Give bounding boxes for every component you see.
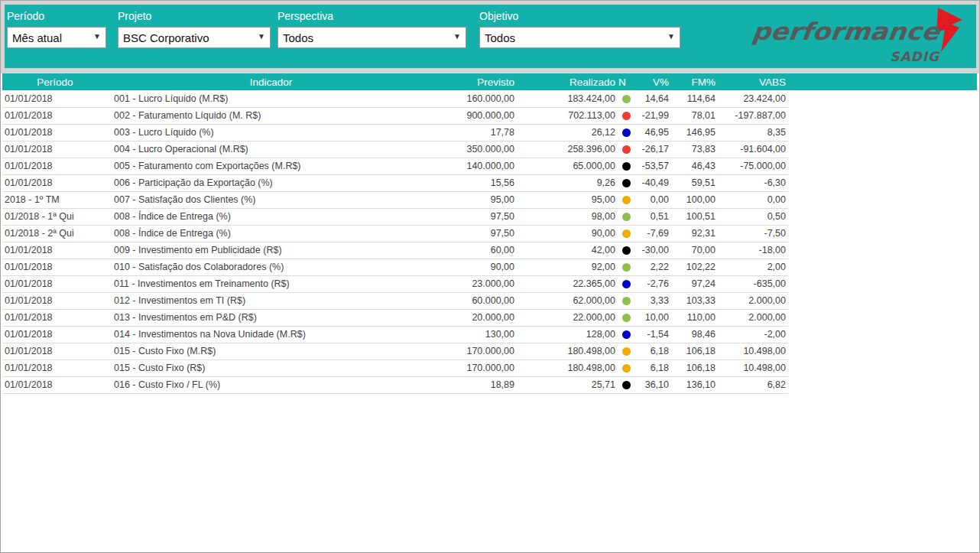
periodo-cell: 2018 - 1º TM	[2, 191, 108, 208]
column-header-periodo[interactable]: Período	[2, 73, 108, 90]
table-row[interactable]: 01/01/2018001 - Lucro Líquido (M.R$)160.…	[2, 90, 977, 107]
table-row[interactable]: 01/01/2018003 - Lucro Líquido (%)17,7826…	[2, 124, 977, 141]
previsto-cell: 17,78	[434, 124, 521, 141]
status-dot-cell	[617, 259, 635, 275]
v-percent-cell: 0,00	[635, 191, 673, 208]
table-row[interactable]: 2018 - 1º TM007 - Satisfação dos Cliente…	[2, 191, 977, 208]
vabs-cell: 0,50	[719, 208, 788, 225]
realizado-cell: 22.000,00	[521, 309, 617, 326]
previsto-cell: 170.000,00	[434, 359, 521, 376]
status-dot-yellow	[622, 364, 631, 372]
status-dot-black	[622, 179, 631, 187]
table-row[interactable]: 01/01/2018004 - Lucro Operacional (M.R$)…	[2, 141, 977, 158]
table-row[interactable]: 01/01/2018002 - Faturamento Líquido (M. …	[2, 107, 977, 124]
perspectiva-select[interactable]: Todos	[277, 27, 466, 48]
status-dot-cell	[617, 225, 635, 242]
status-dot-cell	[617, 309, 635, 326]
filter-group-perspectiva: Perspectiva Todos ▼	[277, 10, 466, 48]
objetivo-select[interactable]: Todos	[479, 27, 680, 48]
column-header-fm-percent[interactable]: FM%	[673, 73, 719, 90]
indicador-cell: 016 - Custo Fixo / FL (%)	[108, 376, 434, 393]
status-dot-black	[622, 162, 631, 171]
vabs-cell: 2.000,00	[719, 292, 788, 309]
previsto-cell: 60,00	[434, 242, 521, 259]
objetivo-filter-label: Objetivo	[479, 10, 680, 22]
realizado-cell: 25,71	[521, 376, 617, 393]
filler-cell	[788, 359, 977, 376]
status-dot-blue	[622, 330, 631, 339]
table-row[interactable]: 01/01/2018009 - Investimento em Publicid…	[2, 242, 977, 259]
filler-cell	[788, 309, 977, 326]
filler-cell	[788, 242, 977, 259]
indicador-cell: 008 - Índice de Entrega (%)	[108, 208, 434, 225]
status-dot-cell	[617, 275, 635, 292]
column-header-previsto[interactable]: Previsto	[434, 73, 521, 90]
indicador-cell: 012 - Investimentos em TI (R$)	[108, 292, 434, 309]
column-header-indicador[interactable]: Indicador	[108, 73, 434, 90]
status-dot-cell	[617, 174, 635, 191]
realizado-cell: 180.498,00	[521, 343, 617, 359]
v-percent-cell: 2,22	[635, 259, 673, 275]
previsto-cell: 900.000,00	[434, 107, 521, 124]
realizado-cell: 42,00	[521, 242, 617, 259]
status-dot-yellow	[622, 229, 631, 238]
vabs-cell: 23.424,00	[719, 90, 788, 107]
v-percent-cell: -7,69	[635, 225, 673, 242]
filter-group-projeto: Projeto BSC Corporativo ▼	[118, 10, 271, 48]
status-dot-black	[622, 246, 631, 255]
status-dot-red	[622, 112, 631, 120]
table-row[interactable]: 01/01/2018015 - Custo Fixo (R$)170.000,0…	[2, 359, 977, 376]
status-dot-cell	[617, 326, 635, 343]
previsto-cell: 160.000,00	[434, 90, 521, 107]
table-row[interactable]: 01/01/2018016 - Custo Fixo / FL (%)18,89…	[2, 376, 977, 393]
realizado-cell: 9,26	[521, 174, 617, 191]
status-dot-green	[622, 314, 631, 322]
vabs-cell: 2.000,00	[719, 309, 788, 326]
periodo-select[interactable]: Mês atual	[7, 27, 106, 48]
v-percent-cell: 0,51	[635, 208, 673, 225]
table-row[interactable]: 01/01/2018013 - Investimentos em P&D (R$…	[2, 309, 977, 326]
indicators-table: Período Indicador Previsto Realizado N V…	[2, 73, 979, 394]
table-row[interactable]: 01/2018 - 2ª Qui008 - Índice de Entrega …	[2, 225, 977, 242]
filler-cell	[788, 259, 977, 275]
indicador-cell: 003 - Lucro Líquido (%)	[108, 124, 434, 141]
status-dot-green	[622, 95, 631, 103]
column-header-v-percent[interactable]: V%	[635, 73, 673, 90]
column-header-status[interactable]: N	[617, 73, 635, 90]
filler-cell	[788, 107, 977, 124]
table-row[interactable]: 01/01/2018012 - Investimentos em TI (R$)…	[2, 292, 977, 309]
previsto-cell: 60.000,00	[434, 292, 521, 309]
status-dot-cell	[617, 90, 635, 107]
realizado-cell: 90,00	[521, 225, 617, 242]
table-row[interactable]: 01/01/2018006 - Participação da Exportaç…	[2, 174, 977, 191]
previsto-cell: 90,00	[434, 259, 521, 275]
vabs-cell: 2,00	[719, 259, 788, 275]
indicador-cell: 002 - Faturamento Líquido (M. R$)	[108, 107, 434, 124]
vabs-cell: -6,30	[719, 174, 788, 191]
realizado-cell: 26,12	[521, 124, 617, 141]
filler-cell	[788, 90, 977, 107]
fm-percent-cell: 106,18	[673, 359, 719, 376]
fm-percent-cell: 100,51	[673, 208, 719, 225]
filler-cell	[788, 275, 977, 292]
table-row[interactable]: 01/01/2018015 - Custo Fixo (M.R$)170.000…	[2, 343, 977, 359]
table-row[interactable]: 01/2018 - 1ª Qui008 - Índice de Entrega …	[2, 208, 977, 225]
vabs-cell: -197.887,00	[719, 107, 788, 124]
status-dot-cell	[617, 107, 635, 124]
column-header-realizado[interactable]: Realizado	[521, 73, 617, 90]
table-row[interactable]: 01/01/2018014 - Investimentos na Nova Un…	[2, 326, 977, 343]
table-row[interactable]: 01/01/2018011 - Investimentos em Treinam…	[2, 275, 977, 292]
vabs-cell: -91.604,00	[719, 141, 788, 158]
v-percent-cell: -2,76	[635, 275, 673, 292]
column-header-vabs[interactable]: VABS	[719, 73, 788, 90]
table-row[interactable]: 01/01/2018010 - Satisfação dos Colaborad…	[2, 259, 977, 275]
previsto-cell: 20.000,00	[434, 309, 521, 326]
fm-percent-cell: 78,01	[673, 107, 719, 124]
previsto-cell: 97,50	[434, 208, 521, 225]
projeto-select[interactable]: BSC Corporativo	[118, 27, 271, 48]
indicador-cell: 011 - Investimentos em Treinamento (R$)	[108, 275, 434, 292]
table-row[interactable]: 01/01/2018005 - Faturamento com Exportaç…	[2, 158, 977, 174]
previsto-cell: 170.000,00	[434, 343, 521, 359]
filter-group-objetivo: Objetivo Todos ▼	[479, 10, 680, 48]
periodo-cell: 01/01/2018	[2, 107, 108, 124]
